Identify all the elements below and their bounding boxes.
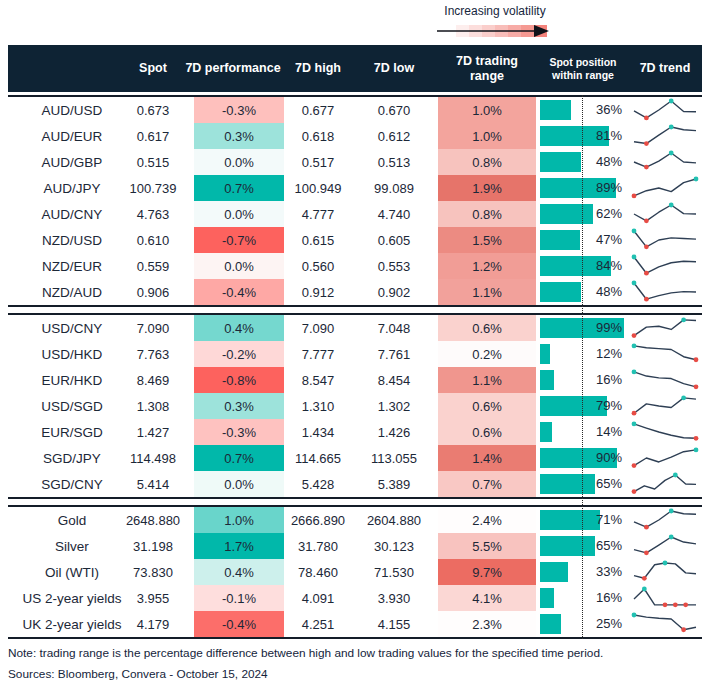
spot-position-value: 36% (596, 97, 622, 123)
performance-cell: -0.4% (194, 611, 284, 637)
trend-cell (628, 97, 702, 123)
sparkline (630, 228, 700, 252)
table-row: US 2-year yields3.955-0.1%4.0913.9304.1%… (8, 585, 702, 611)
row-label: US 2-year yields (8, 591, 124, 606)
sparkline (630, 472, 700, 496)
spot-value: 0.515 (124, 155, 182, 170)
low-value: 0.902 (352, 285, 436, 300)
row-label: NZD/EUR (8, 259, 124, 274)
spot-position-cell: 25% (538, 611, 628, 637)
spark-min-dot (644, 116, 649, 121)
spot-position-bar (540, 344, 550, 364)
sparkline (630, 98, 700, 122)
row-label: AUD/CNY (8, 207, 124, 222)
performance-cell: 0.4% (194, 559, 284, 585)
spot-position-value: 71% (596, 507, 622, 533)
spark-max-dot (669, 125, 674, 130)
spot-position-bar (540, 100, 571, 120)
spot-position-cell: 33% (538, 559, 628, 585)
spot-position-value: 12% (596, 341, 622, 367)
trading-range-cell: 1.9% (438, 175, 536, 201)
high-value: 7.090 (284, 321, 352, 336)
spark-max-dot (681, 318, 686, 323)
column-header-high: 7D high (284, 61, 352, 75)
column-header-perf: 7D performance (182, 61, 284, 75)
spot-value: 8.469 (124, 373, 182, 388)
table-row: AUD/EUR0.6170.3%0.6180.6121.0%81% (8, 123, 702, 149)
low-value: 4.740 (352, 207, 436, 222)
low-value: 113.055 (352, 451, 436, 466)
trading-range-cell: 1.0% (438, 123, 536, 149)
volatility-arrow (437, 23, 553, 39)
performance-cell: 1.7% (194, 533, 284, 559)
footnote: Note: trading range is the percentage di… (8, 646, 702, 660)
spot-position-bar (540, 230, 580, 250)
spark-min-dot (644, 165, 649, 170)
spot-value: 7.763 (124, 347, 182, 362)
spark-max-dot (632, 344, 637, 349)
spot-position-cell: 62% (538, 201, 628, 227)
low-value: 0.553 (352, 259, 436, 274)
table-row: Silver31.1981.7%31.78030.1235.5%65% (8, 533, 702, 559)
high-value: 1.310 (284, 399, 352, 414)
spot-value: 0.673 (124, 103, 182, 118)
spot-position-bar (540, 536, 595, 556)
row-label: AUD/EUR (8, 129, 124, 144)
sparkline (630, 560, 700, 584)
performance-cell: -0.2% (194, 341, 284, 367)
high-value: 0.912 (284, 285, 352, 300)
spark-min-dot (644, 244, 649, 249)
trading-range-cell: 0.7% (438, 471, 536, 497)
high-value: 100.949 (284, 181, 352, 196)
low-value: 30.123 (352, 539, 436, 554)
spot-position-value: 14% (596, 419, 622, 445)
row-label: AUD/JPY (8, 181, 124, 196)
spot-position-bar (540, 204, 593, 224)
trading-range-cell: 0.6% (438, 315, 536, 341)
spark-min-dot (673, 602, 678, 607)
spot-value: 4.763 (124, 207, 182, 222)
column-header-spot: Spot (124, 61, 182, 75)
spark-min-dot (632, 194, 637, 199)
spark-max-dot (669, 535, 674, 540)
trend-cell (628, 585, 702, 611)
table-row: USD/SGD1.3080.3%1.3101.3020.6%79% (8, 393, 702, 419)
spot-position-cell: 16% (538, 585, 628, 611)
spark-max-dot (669, 203, 674, 208)
spark-max-dot (694, 177, 699, 182)
low-value: 1.302 (352, 399, 436, 414)
table-row: AUD/CNY4.7630.0%4.7774.7400.8%62% (8, 201, 702, 227)
trading-range-cell: 1.2% (438, 253, 536, 279)
spot-value: 5.414 (124, 477, 182, 492)
performance-cell: -0.3% (194, 419, 284, 445)
low-value: 7.048 (352, 321, 436, 336)
trend-cell (628, 533, 702, 559)
table-row: EUR/SGD1.427-0.3%1.4341.4260.6%14% (8, 419, 702, 445)
right-arrow-icon (437, 23, 553, 39)
low-value: 7.761 (352, 347, 436, 362)
performance-cell: 0.0% (194, 471, 284, 497)
performance-cell: -0.8% (194, 367, 284, 393)
high-value: 4.091 (284, 591, 352, 606)
row-label: SGD/CNY (8, 477, 124, 492)
spark-min-dot (644, 297, 649, 302)
spot-position-cell: 84% (538, 253, 628, 279)
spot-position-value: 84% (596, 253, 622, 279)
spark-min-dot (694, 357, 699, 362)
spot-position-cell: 14% (538, 419, 628, 445)
trading-range-cell: 1.4% (438, 445, 536, 471)
trading-range-cell: 2.3% (438, 611, 536, 637)
spot-value: 3.955 (124, 591, 182, 606)
spot-value: 0.610 (124, 233, 182, 248)
spark-min-dot (694, 384, 699, 389)
sparkline (630, 176, 700, 200)
spark-min-dot (644, 141, 649, 146)
trend-cell (628, 227, 702, 253)
spot-value: 100.739 (124, 181, 182, 196)
high-value: 4.251 (284, 617, 352, 632)
low-value: 8.454 (352, 373, 436, 388)
spot-value: 0.617 (124, 129, 182, 144)
market-table: Spot7D performance7D high7D low7D tradin… (8, 45, 702, 639)
spot-position-value: 90% (596, 445, 622, 471)
table-row: Oil (WTI)73.8300.4%78.46071.5309.7%33% (8, 559, 702, 585)
